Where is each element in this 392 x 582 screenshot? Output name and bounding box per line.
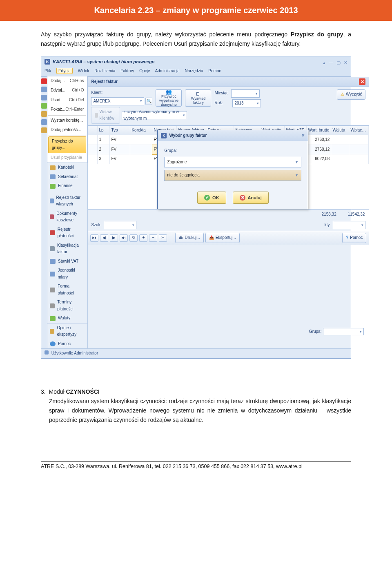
nav-scissors-icon[interactable]: ✂ (159, 234, 167, 242)
app-logo-icon: K (45, 59, 50, 65)
context-menu[interactable]: Dodaj...Ctrl+Ins Edytuj...Ctrl+O UsuńCtr… (47, 76, 87, 163)
side-kartoteki[interactable]: Kartoteki (47, 163, 87, 172)
page-header: Kancelaria 2.23 – zmiany w programie cze… (0, 0, 392, 21)
ctx-platnosc[interactable]: Dodaj płatność... (47, 125, 87, 135)
nav-minus-icon[interactable]: − (149, 234, 157, 242)
win-max-icon[interactable]: ▢ (336, 59, 341, 66)
side-finanse[interactable]: Finanse (47, 181, 87, 191)
szukaj-combo[interactable] (104, 221, 136, 229)
window-controls[interactable]: ▴ — ▢ ✕ (323, 59, 347, 66)
side-terminy[interactable]: Terminy płatności (47, 298, 87, 314)
ctx-dodaj[interactable]: Dodaj...Ctrl+Ins (47, 76, 87, 86)
side-stawki-vat[interactable]: Stawki VAT (47, 257, 87, 266)
nav-prev-icon[interactable]: ◀ (100, 234, 108, 242)
filter-bar: Klient: AMEREX 🔍 Wstaw klientów z czynno… (88, 87, 369, 125)
grupa-field-2[interactable]: nie do ściągnięcia (164, 170, 301, 181)
sec3-lead: Moduł (49, 388, 66, 395)
menu-pomoc[interactable]: Pomoc (208, 69, 221, 73)
side-klasyfikacja[interactable]: Klasyfikacja faktur (47, 241, 87, 257)
dialog-close-icon[interactable]: ✕ (301, 132, 305, 139)
grupa-combo[interactable] (323, 328, 364, 335)
win-min-icon[interactable]: — (329, 59, 333, 66)
rail-icon-2[interactable] (41, 87, 47, 92)
summary-bar: 2158,32 11542,32 (88, 210, 369, 220)
nav-last-icon[interactable]: ⏭ (120, 234, 128, 242)
side-opinie[interactable]: Opinie i ekspertyzy (47, 323, 87, 339)
miesiac-label: Miesiąc: (214, 90, 229, 97)
side-forma-platnosci[interactable]: Forma płatności (47, 282, 87, 298)
footer-rule (41, 462, 351, 462)
ctx-korekta[interactable]: Wystaw korektę... (47, 116, 87, 126)
klient-search-icon[interactable]: 🔍 (145, 98, 152, 105)
intro-bold: Przypisz do grupy (291, 31, 343, 38)
ctx-przypisz-grupy[interactable]: Przypisz do grupy... (48, 136, 86, 153)
win-up-icon[interactable]: ▴ (323, 59, 325, 66)
intro-paragraph: Aby szybko przywiązać fakturę do grupy, … (0, 21, 392, 387)
menu-rozliczenia[interactable]: Rozliczenia (94, 69, 115, 73)
wyswietl-btn[interactable]: 🗒 Wyświetl faktury (185, 89, 211, 107)
ctx-pokaz[interactable]: Pokaż...Ctrl+Enter (47, 105, 87, 115)
menu-faktury[interactable]: Faktury (120, 69, 134, 73)
wstaw-klientow-btn: Wstaw klientów (91, 107, 120, 124)
page-title: Kancelaria 2.23 – zmiany w programie cze… (16, 6, 376, 15)
nav-first-icon[interactable]: ⏮ (90, 234, 98, 242)
sum-a: 2158,32 (322, 211, 336, 218)
ctx-usun[interactable]: UsuńCtrl+Del (47, 96, 87, 105)
menu-administracja[interactable]: Administracja (155, 69, 180, 73)
rail-icon-5[interactable] (41, 111, 47, 117)
app-title-text: KANCELARIA – system obsługi biura prawne… (53, 58, 155, 65)
side-rejestr-platnosci[interactable]: Rejestr płatności (47, 225, 87, 241)
grupa-field-1[interactable]: Zagrożone (164, 157, 301, 168)
kty-combo[interactable] (333, 221, 365, 229)
sec3-text: Zmodyfikowano system klasyfikacji czynno… (49, 397, 351, 425)
menu-plik[interactable]: Plik (45, 69, 51, 73)
ctx-usun-przypisanie: Usuń przypisanie (47, 153, 87, 163)
footer: ATRE S.C., 03-289 Warszawa, ul. Renifero… (0, 464, 392, 482)
menu-widok[interactable]: Widok (78, 69, 89, 73)
panel-close-icon[interactable]: ✕ (359, 78, 365, 85)
dialog-ok-btn[interactable]: ✔OK (197, 192, 226, 204)
side-dok-kosztowe[interactable]: Dokumenty kosztowe (47, 209, 87, 225)
nav-plus-icon[interactable]: + (139, 234, 147, 242)
menu-edycja[interactable]: Edycja (56, 68, 73, 74)
rail-icon-7[interactable] (41, 127, 47, 133)
win-close-icon[interactable]: ✕ (344, 59, 347, 66)
dialog-cancel-btn[interactable]: ✖Anuluj (233, 192, 269, 204)
scope-combo[interactable]: z czynnościami wykonanymi w wybranym m (122, 111, 187, 119)
main-panel: Rejestr faktur ✕ Klient: AMEREX 🔍 Wstaw … (88, 77, 369, 349)
app-window: K KANCELARIA – system obsługi biura praw… (41, 56, 351, 359)
rail-icon-1[interactable] (41, 78, 47, 84)
bottom-toolbar: ⏮ ◀ ▶ ⏭ ↻ + − ✂ 🖶 Drukuj... 📤 Eksportuj.… (88, 231, 369, 245)
klient-combo[interactable]: AMEREX (91, 97, 144, 105)
miesiac-combo[interactable] (231, 89, 260, 98)
eksportuj-btn[interactable]: 📤 Eksportuj... (205, 233, 240, 243)
side-rejestr-faktur[interactable]: Rejestr faktur własnych (47, 193, 87, 209)
drukuj-btn[interactable]: 🖶 Drukuj... (175, 233, 203, 243)
app-titlebar: K KANCELARIA – system obsługi biura praw… (41, 56, 351, 67)
side-waluty[interactable]: Waluty (47, 314, 87, 323)
sec3-bold: CZYNNOŚCI (66, 388, 100, 395)
dialog-label: Grupa: (164, 147, 301, 154)
menu-opcje[interactable]: Opcje (139, 69, 150, 73)
side-jednostki[interactable]: Jednostki miary (47, 266, 87, 282)
nav-refresh-icon[interactable]: ↻ (129, 234, 138, 242)
rail-icon-6[interactable] (41, 119, 47, 125)
dialog-logo-icon: K (161, 133, 167, 138)
status-bar: Użytkownik: Administrator (41, 348, 351, 358)
intro-a: Aby szybko przywiązać fakturę do grupy, … (41, 31, 291, 38)
nav-next-icon[interactable]: ▶ (110, 234, 118, 242)
kty-label: kty (325, 222, 330, 229)
side-sekretariat[interactable]: Sekretariat (47, 172, 87, 182)
rok-combo[interactable]: 2013 (232, 99, 261, 107)
przywroc-btn[interactable]: 👥 Przywróć wypełnianie domyślne (156, 89, 182, 107)
side-pomoc[interactable]: Pomoc (47, 339, 87, 349)
sum-b: 11542,32 (348, 211, 365, 218)
menubar[interactable]: Plik Edycja Widok Rozliczenia Faktury Op… (41, 67, 351, 76)
wyczysc-btn[interactable]: ⚠Wyczyść (337, 89, 365, 100)
sec3-num: 3. (41, 388, 46, 395)
menu-narzedzia[interactable]: Narzędzia (185, 69, 203, 73)
rail-icon-3[interactable] (41, 95, 47, 100)
rail-icon-4[interactable] (41, 103, 47, 109)
pomoc-btn[interactable]: ? Pomoc (342, 233, 366, 243)
ctx-edytuj[interactable]: Edytuj...Ctrl+O (47, 86, 87, 96)
